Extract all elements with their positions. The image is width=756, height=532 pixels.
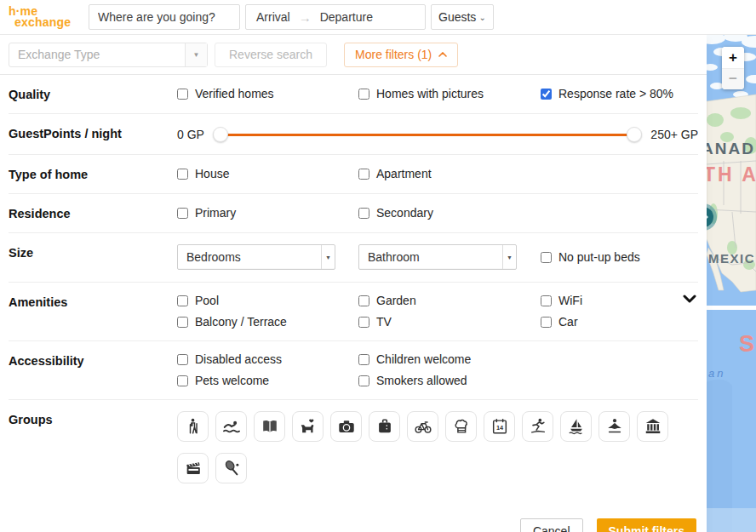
checkbox-input[interactable] [358, 375, 369, 386]
checkbox-input[interactable] [177, 169, 188, 180]
group-travel-button[interactable] [369, 411, 400, 442]
select-arrow-icon: ▼ [321, 245, 335, 269]
exchange-type-select[interactable]: Exchange Type ▼ [9, 43, 208, 67]
group-cycling-button[interactable] [407, 411, 438, 442]
checkbox-label: House [195, 167, 229, 180]
checkbox-apartment[interactable]: Apartment [358, 167, 698, 180]
guests-select[interactable]: Guests ⌄ [431, 4, 494, 30]
map-zoom-in-button[interactable]: + [722, 47, 744, 68]
checkbox-smokers-allowed[interactable]: Smokers allowed [358, 374, 698, 387]
bathroom-select[interactable]: Bathroom ▼ [358, 244, 517, 270]
group-swimming-button[interactable] [215, 411, 247, 442]
arrival-label[interactable]: Arrival [256, 10, 290, 24]
checkbox-disabled-access[interactable]: Disabled access [177, 352, 358, 366]
more-filters-button[interactable]: More filters (1) [344, 43, 458, 67]
checkbox-input[interactable] [177, 89, 188, 100]
slider-handle-min[interactable] [213, 127, 228, 142]
group-cooking-button[interactable] [445, 411, 477, 442]
reverse-search-button[interactable]: Reverse search [215, 43, 327, 67]
groups-icon-row-1: 14 [177, 411, 698, 442]
checkbox-label: Balcony / Terrace [195, 315, 287, 329]
checkbox-input[interactable] [177, 295, 188, 306]
date-range-field[interactable]: Arrival → Departure [245, 4, 426, 30]
map[interactable]: ANAD TH A MEXIC S an + − [707, 35, 756, 532]
checkbox-label: Disabled access [195, 352, 282, 366]
checkbox-input[interactable] [177, 375, 188, 386]
group-skateboarding-button[interactable] [522, 411, 553, 442]
checkbox-input[interactable] [541, 295, 552, 306]
checkbox-children-welcome[interactable]: Children welcome [358, 352, 698, 366]
checkbox-homes-with-pictures[interactable]: Homes with pictures [358, 87, 541, 100]
checkbox-response-rate[interactable]: Response rate > 80% [541, 87, 698, 100]
filter-row-groups: Groups [9, 400, 698, 506]
checkbox-input[interactable] [177, 208, 188, 219]
checkbox-input[interactable] [177, 354, 188, 365]
group-cinema-button[interactable] [177, 453, 209, 483]
slider-handle-max[interactable] [627, 127, 642, 142]
checkbox-primary[interactable]: Primary [177, 206, 358, 220]
panel-footer: Cancel Submit filters [0, 506, 707, 532]
group-hiking-button[interactable] [177, 411, 209, 442]
checkbox-input[interactable] [358, 208, 369, 219]
checkbox-secondary[interactable]: Secondary [358, 206, 698, 220]
group-tennis-button[interactable] [215, 453, 247, 483]
map-label-north-america: TH A [707, 163, 756, 186]
pet-friendly-icon [299, 417, 318, 436]
group-reading-button[interactable] [254, 411, 285, 442]
departure-label[interactable]: Departure [320, 10, 373, 24]
checkbox-pets-welcome[interactable]: Pets welcome [177, 374, 358, 387]
checkbox-label: Secondary [376, 206, 433, 220]
checkbox-wifi[interactable]: WiFi [541, 294, 698, 307]
checkbox-no-putup-beds[interactable]: No put-up beds [541, 250, 698, 264]
filter-row-amenities: Amenities Pool Garden WiFi [9, 283, 698, 341]
group-sailing-button[interactable] [560, 411, 592, 442]
checkbox-car[interactable]: Car [541, 315, 698, 329]
cinema-icon [184, 459, 203, 478]
filter-bar: Exchange Type ▼ Reverse search More filt… [0, 35, 707, 75]
checkbox-verified-homes[interactable]: Verified homes [177, 87, 358, 100]
group-yoga-button[interactable] [598, 411, 630, 442]
checkbox-tv[interactable]: TV [358, 315, 541, 329]
cooking-icon [452, 417, 471, 436]
bedrooms-select[interactable]: Bedrooms ▼ [177, 244, 335, 270]
chevron-up-icon [438, 52, 447, 57]
checkbox-input[interactable] [358, 295, 369, 306]
tennis-icon [222, 459, 241, 478]
checkbox-input[interactable] [358, 169, 369, 180]
checkbox-pool[interactable]: Pool [177, 294, 358, 307]
slider-track [220, 134, 634, 136]
checkbox-label: Verified homes [195, 87, 274, 100]
checkbox-input[interactable] [541, 252, 552, 263]
cancel-button[interactable]: Cancel [520, 518, 583, 532]
bathroom-value: Bathroom [359, 250, 420, 264]
checkbox-input[interactable] [541, 89, 552, 100]
row-label: Type of home [9, 166, 177, 181]
destination-search-field[interactable] [89, 4, 240, 30]
checkbox-balcony-terrace[interactable]: Balcony / Terrace [177, 315, 358, 329]
photography-icon [337, 417, 356, 436]
group-calendar-button[interactable]: 14 [484, 411, 515, 442]
homeexchange-logo[interactable]: h·me exchange [9, 6, 83, 27]
checkbox-input[interactable] [358, 317, 369, 328]
checkbox-input[interactable] [358, 354, 369, 365]
checkbox-input[interactable] [541, 317, 552, 328]
submit-filters-button[interactable]: Submit filters [597, 518, 696, 532]
checkbox-house[interactable]: House [177, 167, 358, 180]
hiking-icon [184, 417, 203, 436]
expand-amenities-button[interactable] [683, 291, 696, 306]
checkbox-input[interactable] [177, 317, 188, 328]
checkbox-garden[interactable]: Garden [358, 294, 541, 307]
map-zoom-out-button[interactable]: − [722, 68, 744, 89]
guestpoints-slider[interactable] [213, 127, 642, 142]
search-input[interactable] [98, 10, 231, 24]
checkbox-input[interactable] [358, 89, 369, 100]
slider-max-label: 250+ GP [650, 128, 698, 141]
museum-icon [644, 417, 662, 436]
group-museum-button[interactable] [637, 411, 668, 442]
group-photography-button[interactable] [330, 411, 362, 442]
filter-row-size: Size Bedrooms ▼ Bathroom ▼ No put-up bed… [9, 233, 698, 283]
row-label: Quality [9, 86, 177, 101]
group-pet-friendly-button[interactable] [292, 411, 324, 442]
filter-row-guestpoints: GuestPoints / night 0 GP 250+ GP [9, 114, 698, 155]
checkbox-label: Primary [195, 206, 236, 220]
